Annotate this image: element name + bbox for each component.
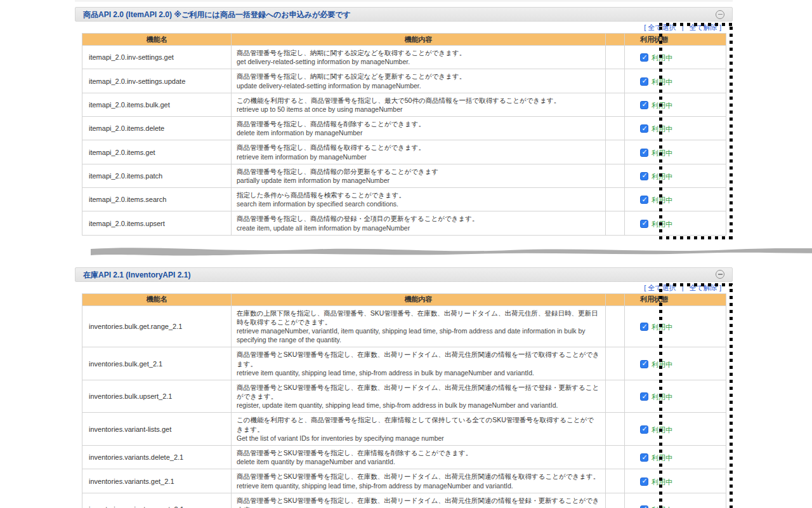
section-title: 商品API 2.0 (ItemAPI 2.0) ※ご利用には商品一括登録へのお申…: [83, 10, 351, 19]
column-header-name: 機能名: [82, 34, 232, 46]
function-desc-ja: 商品管理番号を指定し、商品情報を取得することができます。: [237, 143, 600, 152]
usage-status-cell: 利用中: [625, 493, 726, 508]
usage-checkbox[interactable]: [640, 101, 648, 109]
usage-checkbox[interactable]: [640, 53, 648, 62]
function-desc-ja: 商品管理番号とSKU管理番号を指定し、在庫情報を削除することができます。: [237, 448, 600, 457]
usage-status-label: 利用中: [652, 102, 672, 109]
spacer-cell: [606, 93, 625, 116]
usage-status-label: 利用中: [652, 426, 672, 434]
column-header-status: 利用状態: [625, 34, 726, 46]
function-name: inventories.variants.delete_2.1: [82, 445, 232, 469]
function-desc-ja: 指定した条件から商品情報を検索することができます。: [237, 190, 600, 199]
select-all-link[interactable]: 全て選択: [648, 284, 676, 291]
usage-status-label: 利用中: [652, 220, 672, 228]
function-name: itemapi_2.0.items.delete: [82, 117, 232, 140]
usage-status-cell: 利用中: [625, 69, 726, 93]
usage-checkbox[interactable]: [640, 453, 648, 462]
table-row: itemapi_2.0.items.search 指定した条件から商品情報を検索…: [82, 188, 726, 211]
api-function-table: 機能名 機能内容 利用状態 itemapi_2.0.inv-settings.g…: [82, 33, 726, 236]
function-desc-en: update delivery-related-setting informat…: [237, 81, 600, 90]
usage-status-label: 利用中: [652, 478, 672, 486]
usage-status-label: 利用中: [652, 361, 672, 368]
table-row: itemapi_2.0.inv-settings.update 商品管理番号を指…: [82, 69, 726, 93]
column-header-name: 機能名: [82, 293, 232, 305]
usage-status-cell: 利用中: [625, 93, 726, 116]
function-name: itemapi_2.0.items.search: [82, 188, 232, 211]
usage-status-cell: 利用中: [625, 445, 726, 469]
usage-status-label: 利用中: [652, 173, 672, 180]
deselect-all-link[interactable]: 全て解除: [690, 23, 717, 31]
table-row: inventories.variants.delete_2.1 商品管理番号とS…: [82, 445, 726, 469]
usage-checkbox[interactable]: [640, 124, 648, 133]
usage-checkbox[interactable]: [640, 505, 648, 508]
function-name: itemapi_2.0.items.bulk.get: [82, 93, 232, 116]
function-desc-ja: この機能を利用すると、商品管理番号を指定し、在庫情報として保持している全てのSK…: [237, 415, 600, 433]
content-truncation-wave: [91, 243, 812, 257]
bracket: [: [644, 284, 646, 291]
usage-status-cell: 利用中: [625, 164, 726, 187]
function-name: itemapi_2.0.items.get: [82, 140, 232, 164]
api-function-table: 機能名 機能内容 利用状態 inventories.bulk.get.range…: [82, 293, 726, 508]
select-all-link[interactable]: 全て選択: [648, 23, 676, 31]
bracket: ]: [719, 284, 721, 291]
select-links-row: [ 全て選択 | 全て解除 ]: [75, 22, 733, 33]
usage-status-cell: 利用中: [625, 413, 726, 446]
section-header-bar: 在庫API 2.1 (InventoryAPI 2.1): [75, 267, 733, 282]
deselect-all-link[interactable]: 全て解除: [690, 284, 717, 291]
spacer-cell: [606, 117, 625, 140]
table-header-row: 機能名 機能内容 利用状態: [82, 34, 726, 46]
usage-status-label: 利用中: [652, 78, 672, 86]
table-row: inventories.bulk.upsert_2.1 商品管理番号とSKU管理…: [82, 380, 726, 413]
usage-checkbox[interactable]: [640, 323, 648, 331]
function-desc-ja: 商品管理番号を指定し、納期に関する設定などを更新することができます。: [237, 72, 600, 81]
spacer-cell: [606, 347, 625, 380]
usage-checkbox[interactable]: [640, 425, 648, 434]
usage-status-label: 利用中: [652, 323, 672, 331]
function-name: inventories.bulk.get_2.1: [82, 347, 232, 380]
column-header-spacer: [606, 293, 625, 305]
table-row: inventories.variants.upsert_2.1 商品管理番号とS…: [82, 493, 726, 508]
collapse-minus-icon[interactable]: [716, 10, 724, 19]
usage-status-label: 利用中: [652, 149, 672, 157]
select-links-row: [ 全て選択 | 全て解除 ]: [75, 282, 733, 293]
function-name: inventories.bulk.get.range_2.1: [82, 305, 232, 347]
bracket: ]: [719, 23, 721, 31]
usage-checkbox[interactable]: [640, 478, 648, 486]
usage-checkbox[interactable]: [640, 172, 648, 180]
spacer-cell: [606, 46, 625, 69]
usage-checkbox[interactable]: [640, 149, 648, 157]
function-name: inventories.bulk.upsert_2.1: [82, 380, 232, 413]
usage-checkbox[interactable]: [640, 77, 648, 86]
usage-status-label: 利用中: [652, 125, 672, 133]
link-separator: |: [682, 23, 684, 31]
table-row: inventories.bulk.get.range_2.1 在庫数の上限下限を…: [82, 305, 726, 347]
function-desc-en: partially update item information by man…: [237, 176, 600, 185]
usage-checkbox[interactable]: [640, 220, 648, 228]
wave-graphic: [91, 243, 812, 257]
section-header-bar: 商品API 2.0 (ItemAPI 2.0) ※ご利用には商品一括登録へのお申…: [75, 7, 733, 22]
usage-status-cell: 利用中: [625, 305, 726, 347]
table-row: itemapi_2.0.items.upsert 商品管理番号を指定し、商品情報…: [82, 211, 726, 235]
table-row: itemapi_2.0.items.patch 商品管理番号を指定し、商品情報の…: [82, 164, 726, 187]
function-name: itemapi_2.0.items.patch: [82, 164, 232, 187]
function-desc-en: retrieve item quantity, shipping lead ti…: [237, 368, 600, 377]
table-row: inventories.variants.get_2.1 商品管理番号とSKU管…: [82, 469, 726, 493]
function-desc-en: delete item information by manageNumber: [237, 128, 600, 137]
usage-checkbox[interactable]: [640, 196, 648, 204]
function-desc-en: get delivery-related-setting information…: [237, 57, 600, 66]
truncated-content-edge: [75, 0, 733, 1]
usage-checkbox[interactable]: [640, 360, 648, 368]
spacer-cell: [606, 305, 625, 347]
function-desc-en: Get the list of variant IDs for inventor…: [237, 434, 600, 443]
function-desc-en: delete item quantity by manageNumber and…: [237, 457, 600, 466]
usage-status-label: 利用中: [652, 54, 672, 62]
usage-checkbox[interactable]: [640, 392, 648, 401]
column-header-status: 利用状態: [625, 293, 726, 305]
table-row: inventories.bulk.get_2.1 商品管理番号とSKU管理番号を…: [82, 347, 726, 380]
function-desc-en: retrieve up to 50 items at once by using…: [237, 105, 600, 114]
table-row: inventories.variant-lists.get この機能を利用すると…: [82, 413, 726, 446]
function-desc-ja: この機能を利用すると、商品管理番号を指定し、最大で50件の商品情報を一括で取得す…: [237, 96, 600, 105]
collapse-minus-icon[interactable]: [716, 270, 724, 279]
spacer-cell: [606, 140, 625, 164]
function-desc-ja: 商品管理番号とSKU管理番号を指定し、在庫数、出荷リードタイム、出荷元住所関連の…: [237, 472, 600, 481]
